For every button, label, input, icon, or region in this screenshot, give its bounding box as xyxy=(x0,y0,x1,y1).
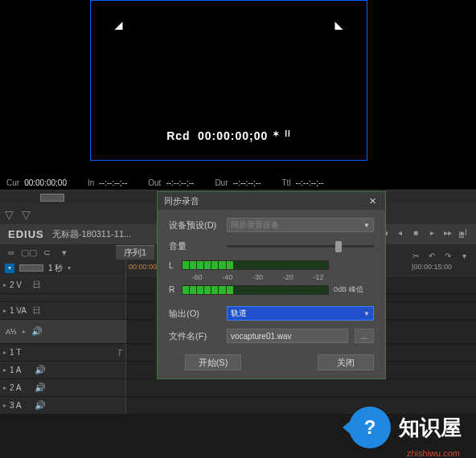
filename-field[interactable] xyxy=(227,329,348,343)
preview-status-row: Cur 00:00:00;00 In --:--:--;-- Out --:--… xyxy=(0,178,476,187)
volume-slider[interactable] xyxy=(227,245,374,247)
close-button[interactable]: 关闭 xyxy=(318,354,374,370)
chevron-right-icon[interactable]: ▸ xyxy=(23,328,26,335)
track-icon[interactable]: 日 xyxy=(32,279,41,291)
speaker-icon[interactable]: 🔊 xyxy=(35,382,46,393)
scrubber-handle[interactable] xyxy=(40,194,64,202)
meter-scale: -60-40-30-20-12 xyxy=(182,273,374,281)
sync-recording-dialog: 同步录音 ✕ 设备预设(D) 同步录音设备▼ 音量 L -60-40-30-20… xyxy=(157,191,386,379)
chevron-right-icon[interactable]: ▸ xyxy=(3,307,6,314)
chevron-right-icon[interactable]: ▸ xyxy=(3,384,6,391)
app-name: EDIUS xyxy=(8,228,44,240)
meter-l xyxy=(182,260,329,270)
safe-corner-tr xyxy=(331,22,343,34)
safe-corner-tl xyxy=(115,22,127,34)
slider-handle[interactable] xyxy=(335,241,342,252)
marker-in-icon[interactable]: ▽ xyxy=(5,208,14,221)
brand-watermark: ? 知识屋 xyxy=(349,407,462,448)
ruler-mark: |00:00:15:00 xyxy=(412,263,452,271)
brand-icon: ? xyxy=(349,407,391,448)
preview-area: Rcd 00:00:00;00✶II Cur 00:00:00;00 In --… xyxy=(0,0,476,190)
brand-name: 知识屋 xyxy=(399,414,462,442)
group-icon[interactable]: ▢▢ xyxy=(23,246,35,259)
chevron-right-icon[interactable]: ▸ xyxy=(3,366,6,374)
track-icon[interactable]: T xyxy=(117,348,122,358)
record-timecode: Rcd 00:00:00;00✶II xyxy=(166,129,291,142)
dropdown-icon[interactable]: ▾ xyxy=(58,246,71,259)
chevron-right-icon[interactable]: ▸ xyxy=(3,402,6,409)
expand-v-icon[interactable]: ▾ xyxy=(5,264,14,273)
volume-label: 音量 xyxy=(169,240,220,252)
rev-icon[interactable]: ◂ xyxy=(392,226,407,239)
timeline-scale[interactable]: 1 秒 xyxy=(48,263,63,274)
ff-icon[interactable]: ▸▸ xyxy=(441,226,455,239)
output-label: 输出(O) xyxy=(169,308,220,320)
dialog-title: 同步录音 xyxy=(164,195,199,207)
snap-icon[interactable]: ⊂ xyxy=(40,246,53,259)
output-select[interactable]: 轨道▼ xyxy=(227,306,374,321)
browse-button[interactable]: ... xyxy=(355,329,374,343)
speaker-icon[interactable]: 🔊 xyxy=(35,365,46,375)
play-icon[interactable]: ▸ xyxy=(425,226,439,239)
chevron-down-icon: ▼ xyxy=(363,310,370,317)
chevron-down-icon[interactable]: ▾ xyxy=(68,264,71,272)
brand-url: zhishiwu.com xyxy=(407,448,460,458)
close-icon[interactable]: ✕ xyxy=(366,194,379,207)
project-title: 无标题-180311-11... xyxy=(52,228,131,240)
a12-label[interactable]: A½ xyxy=(3,327,19,337)
device-label: 设备预设(D) xyxy=(169,219,220,231)
meter-l-label: L xyxy=(169,261,177,270)
audio-meters: L -60-40-30-20-12 R 0dB 峰值 xyxy=(169,260,374,295)
start-button[interactable]: 开始(S) xyxy=(185,354,241,370)
device-select[interactable]: 同步录音设备▼ xyxy=(227,218,374,232)
track-icon[interactable]: 日 xyxy=(32,305,41,317)
stop-icon[interactable]: ■ xyxy=(408,226,423,239)
track-row: ▸2 A🔊 xyxy=(0,379,476,397)
meter-r xyxy=(182,285,329,295)
link-icon[interactable]: ∞ xyxy=(5,246,18,259)
meter-r-label: R xyxy=(169,285,177,294)
sequence-tab[interactable]: 序列1 xyxy=(116,245,154,260)
preview-frame: Rcd 00:00:00;00✶II xyxy=(90,0,367,161)
marker-out-icon[interactable]: ▽ xyxy=(22,208,31,221)
dialog-titlebar[interactable]: 同步录音 ✕ xyxy=(158,192,385,210)
chevron-right-icon[interactable]: ▸ xyxy=(3,349,6,356)
speaker-icon[interactable]: 🔊 xyxy=(31,326,43,337)
next-icon[interactable]: ▸I xyxy=(457,226,471,239)
chevron-right-icon[interactable]: ▸ xyxy=(3,281,6,288)
speaker-icon[interactable]: 🔊 xyxy=(35,400,46,411)
timeline-zoom-scroll[interactable] xyxy=(19,264,43,272)
filename-label: 文件名(F) xyxy=(169,330,220,342)
chevron-down-icon: ▼ xyxy=(363,222,370,229)
